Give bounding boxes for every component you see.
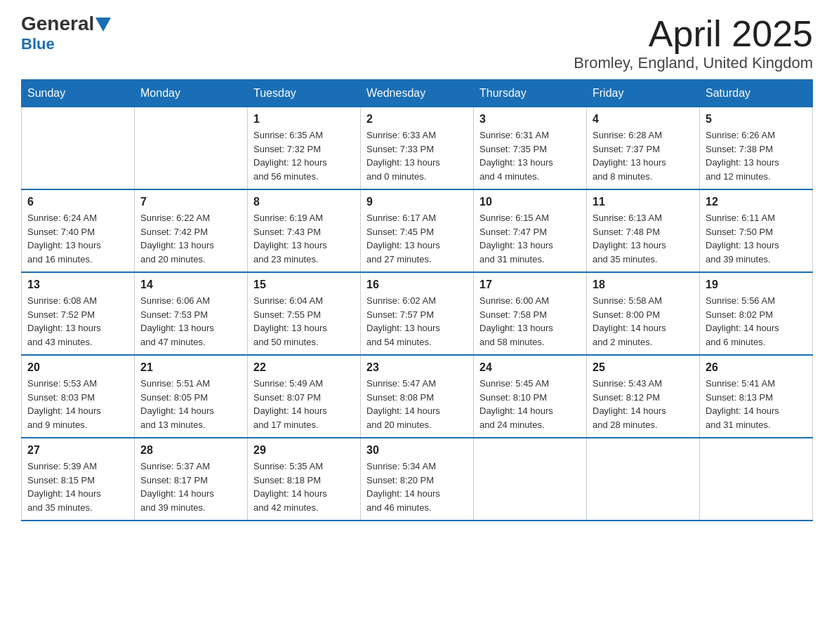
calendar-cell: 19Sunrise: 5:56 AM Sunset: 8:02 PM Dayli… <box>700 272 813 355</box>
day-info: Sunrise: 6:17 AM Sunset: 7:45 PM Dayligh… <box>366 211 468 266</box>
page-header: General Blue April 2025 Bromley, England… <box>21 14 813 72</box>
day-info: Sunrise: 5:39 AM Sunset: 8:15 PM Dayligh… <box>27 459 128 514</box>
day-info: Sunrise: 6:02 AM Sunset: 7:57 PM Dayligh… <box>366 294 468 349</box>
calendar-cell: 27Sunrise: 5:39 AM Sunset: 8:15 PM Dayli… <box>22 438 135 521</box>
calendar-cell: 8Sunrise: 6:19 AM Sunset: 7:43 PM Daylig… <box>248 189 361 272</box>
day-info: Sunrise: 6:19 AM Sunset: 7:43 PM Dayligh… <box>253 211 355 266</box>
week-row-4: 20Sunrise: 5:53 AM Sunset: 8:03 PM Dayli… <box>22 355 813 438</box>
calendar-cell: 23Sunrise: 5:47 AM Sunset: 8:08 PM Dayli… <box>361 355 474 438</box>
day-number: 30 <box>366 444 468 457</box>
day-info: Sunrise: 6:15 AM Sunset: 7:47 PM Dayligh… <box>479 211 581 266</box>
day-info: Sunrise: 5:56 AM Sunset: 8:02 PM Dayligh… <box>706 294 807 349</box>
header-cell-thursday: Thursday <box>474 80 587 107</box>
day-number: 3 <box>479 113 581 126</box>
calendar-body: 1Sunrise: 6:35 AM Sunset: 7:32 PM Daylig… <box>22 107 813 521</box>
calendar-cell: 14Sunrise: 6:06 AM Sunset: 7:53 PM Dayli… <box>135 272 248 355</box>
day-number: 15 <box>253 279 355 291</box>
calendar-cell: 30Sunrise: 5:34 AM Sunset: 8:20 PM Dayli… <box>361 438 474 521</box>
day-number: 24 <box>479 361 581 374</box>
day-info: Sunrise: 5:45 AM Sunset: 8:10 PM Dayligh… <box>479 377 581 431</box>
svg-marker-0 <box>95 18 111 32</box>
day-number: 19 <box>706 279 807 291</box>
logo-triangle-icon <box>95 18 111 33</box>
calendar-cell: 29Sunrise: 5:35 AM Sunset: 8:18 PM Dayli… <box>248 438 361 521</box>
day-number: 25 <box>593 361 694 374</box>
day-info: Sunrise: 6:24 AM Sunset: 7:40 PM Dayligh… <box>27 211 128 266</box>
day-number: 5 <box>706 113 807 126</box>
page-title: April 2025 <box>574 14 813 54</box>
calendar-cell: 25Sunrise: 5:43 AM Sunset: 8:12 PM Dayli… <box>587 355 700 438</box>
calendar-cell: 1Sunrise: 6:35 AM Sunset: 7:32 PM Daylig… <box>248 107 361 190</box>
day-number: 7 <box>140 196 241 208</box>
calendar-cell: 11Sunrise: 6:13 AM Sunset: 7:48 PM Dayli… <box>587 189 700 272</box>
week-row-1: 1Sunrise: 6:35 AM Sunset: 7:32 PM Daylig… <box>22 107 813 190</box>
header-cell-saturday: Saturday <box>700 80 813 107</box>
calendar-cell: 15Sunrise: 6:04 AM Sunset: 7:55 PM Dayli… <box>248 272 361 355</box>
title-block: April 2025 Bromley, England, United King… <box>574 14 813 72</box>
day-number: 21 <box>140 361 241 374</box>
day-number: 28 <box>140 444 241 457</box>
day-info: Sunrise: 5:37 AM Sunset: 8:17 PM Dayligh… <box>140 459 241 514</box>
calendar-cell <box>474 438 587 521</box>
header-cell-sunday: Sunday <box>22 80 135 107</box>
day-info: Sunrise: 6:00 AM Sunset: 7:58 PM Dayligh… <box>479 294 581 349</box>
week-row-2: 6Sunrise: 6:24 AM Sunset: 7:40 PM Daylig… <box>22 189 813 272</box>
calendar-cell: 2Sunrise: 6:33 AM Sunset: 7:33 PM Daylig… <box>361 107 474 190</box>
day-number: 13 <box>27 279 128 291</box>
calendar-cell: 3Sunrise: 6:31 AM Sunset: 7:35 PM Daylig… <box>474 107 587 190</box>
day-number: 22 <box>253 361 355 374</box>
day-info: Sunrise: 6:22 AM Sunset: 7:42 PM Dayligh… <box>140 211 241 266</box>
day-number: 2 <box>366 113 468 126</box>
day-number: 8 <box>253 196 355 208</box>
header-cell-friday: Friday <box>587 80 700 107</box>
day-info: Sunrise: 5:35 AM Sunset: 8:18 PM Dayligh… <box>253 459 355 514</box>
day-number: 26 <box>706 361 807 374</box>
day-info: Sunrise: 6:26 AM Sunset: 7:38 PM Dayligh… <box>706 128 807 183</box>
calendar-cell: 28Sunrise: 5:37 AM Sunset: 8:17 PM Dayli… <box>135 438 248 521</box>
calendar-cell <box>22 107 135 190</box>
header-row: SundayMondayTuesdayWednesdayThursdayFrid… <box>22 80 813 107</box>
day-number: 12 <box>706 196 807 208</box>
day-info: Sunrise: 5:34 AM Sunset: 8:20 PM Dayligh… <box>366 459 468 514</box>
day-number: 18 <box>593 279 694 291</box>
logo-line1: General <box>21 14 111 34</box>
day-info: Sunrise: 6:31 AM Sunset: 7:35 PM Dayligh… <box>479 128 581 183</box>
calendar-cell: 26Sunrise: 5:41 AM Sunset: 8:13 PM Dayli… <box>700 355 813 438</box>
calendar-cell: 10Sunrise: 6:15 AM Sunset: 7:47 PM Dayli… <box>474 189 587 272</box>
day-number: 1 <box>253 113 355 126</box>
calendar-cell: 12Sunrise: 6:11 AM Sunset: 7:50 PM Dayli… <box>700 189 813 272</box>
calendar-cell: 24Sunrise: 5:45 AM Sunset: 8:10 PM Dayli… <box>474 355 587 438</box>
calendar-table: SundayMondayTuesdayWednesdayThursdayFrid… <box>21 79 813 521</box>
calendar-cell: 16Sunrise: 6:02 AM Sunset: 7:57 PM Dayli… <box>361 272 474 355</box>
header-cell-wednesday: Wednesday <box>361 80 474 107</box>
calendar-header: SundayMondayTuesdayWednesdayThursdayFrid… <box>22 80 813 107</box>
day-info: Sunrise: 6:28 AM Sunset: 7:37 PM Dayligh… <box>593 128 694 183</box>
day-number: 6 <box>27 196 128 208</box>
calendar-cell: 6Sunrise: 6:24 AM Sunset: 7:40 PM Daylig… <box>22 189 135 272</box>
day-info: Sunrise: 5:41 AM Sunset: 8:13 PM Dayligh… <box>706 377 807 431</box>
day-info: Sunrise: 5:58 AM Sunset: 8:00 PM Dayligh… <box>593 294 694 349</box>
day-number: 16 <box>366 279 468 291</box>
day-info: Sunrise: 6:04 AM Sunset: 7:55 PM Dayligh… <box>253 294 355 349</box>
day-info: Sunrise: 6:06 AM Sunset: 7:53 PM Dayligh… <box>140 294 241 349</box>
day-number: 10 <box>479 196 581 208</box>
calendar-cell <box>587 438 700 521</box>
calendar-cell: 5Sunrise: 6:26 AM Sunset: 7:38 PM Daylig… <box>700 107 813 190</box>
calendar-cell: 18Sunrise: 5:58 AM Sunset: 8:00 PM Dayli… <box>587 272 700 355</box>
calendar-cell: 22Sunrise: 5:49 AM Sunset: 8:07 PM Dayli… <box>248 355 361 438</box>
week-row-5: 27Sunrise: 5:39 AM Sunset: 8:15 PM Dayli… <box>22 438 813 521</box>
calendar-cell: 9Sunrise: 6:17 AM Sunset: 7:45 PM Daylig… <box>361 189 474 272</box>
page-subtitle: Bromley, England, United Kingdom <box>574 54 813 72</box>
calendar-cell: 13Sunrise: 6:08 AM Sunset: 7:52 PM Dayli… <box>22 272 135 355</box>
day-number: 9 <box>366 196 468 208</box>
day-info: Sunrise: 5:49 AM Sunset: 8:07 PM Dayligh… <box>253 377 355 431</box>
calendar-cell <box>700 438 813 521</box>
day-number: 14 <box>140 279 241 291</box>
day-info: Sunrise: 5:47 AM Sunset: 8:08 PM Dayligh… <box>366 377 468 431</box>
header-cell-monday: Monday <box>135 80 248 107</box>
calendar-cell <box>135 107 248 190</box>
logo-line2: Blue <box>21 35 55 53</box>
calendar-cell: 17Sunrise: 6:00 AM Sunset: 7:58 PM Dayli… <box>474 272 587 355</box>
calendar-cell: 4Sunrise: 6:28 AM Sunset: 7:37 PM Daylig… <box>587 107 700 190</box>
day-info: Sunrise: 5:53 AM Sunset: 8:03 PM Dayligh… <box>27 377 128 431</box>
